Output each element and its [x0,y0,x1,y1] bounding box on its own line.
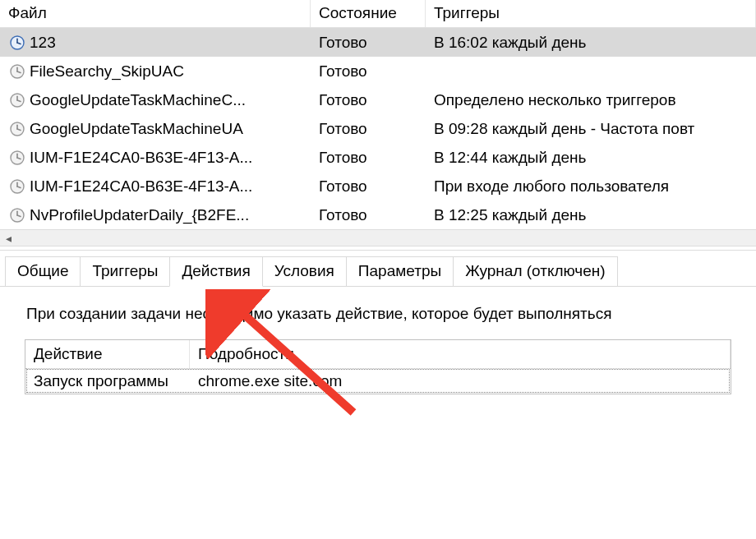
tab-Триггеры[interactable]: Триггеры [80,256,170,287]
task-trigger: В 12:44 каждый день [426,149,756,167]
task-state: Готово [311,149,426,167]
task-row[interactable]: FileSearchy_SkipUAC Готово [0,57,756,85]
action-cell: Запуск программы [25,369,190,394]
task-list-header: Файл Состояние Триггеры [0,0,756,28]
task-state: Готово [311,177,426,196]
tab-Условия[interactable]: Условия [262,256,347,287]
clock-icon [10,150,25,165]
task-trigger: В 12:25 каждый день [426,206,756,224]
task-row[interactable]: GoogleUpdateTaskMachineUA Готово В 09:28… [0,114,756,143]
details-cell: chrome.exe site.com [190,369,731,394]
task-state: Готово [311,62,426,81]
task-row[interactable]: 123 Готово В 16:02 каждый день [0,28,756,57]
task-name: GoogleUpdateTaskMachineC... [30,91,246,109]
column-header-triggers[interactable]: Триггеры [426,0,756,27]
task-name: 123 [30,34,56,52]
clock-icon [10,35,25,50]
tab-Журнал (отключен)[interactable]: Журнал (отключен) [453,256,618,287]
task-list: Файл Состояние Триггеры 123 Готово В 16:… [0,0,756,229]
clock-icon [10,179,25,194]
column-header-file[interactable]: Файл [0,0,311,27]
column-header-action[interactable]: Действие [25,340,190,368]
task-state: Готово [311,120,426,138]
task-row[interactable]: GoogleUpdateTaskMachineC... Готово Опред… [0,85,756,114]
task-row[interactable]: IUM-F1E24CA0-B63E-4F13-A... Готово В 12:… [0,143,756,172]
tab-description: При создании задачи необходимо указать д… [0,287,756,331]
tab-Общие[interactable]: Общие [5,256,81,287]
horizontal-scrollbar[interactable]: ◂ [0,229,756,246]
tab-Параметры[interactable]: Параметры [346,256,454,287]
clock-icon [10,208,25,223]
actions-table-header: Действие Подробности [25,340,731,368]
clock-icon [10,122,25,136]
actions-table: Действие Подробности Запуск программы ch… [25,339,731,394]
task-name: FileSearchy_SkipUAC [30,62,184,81]
task-row[interactable]: NvProfileUpdaterDaily_{B2FE... Готово В … [0,200,756,229]
column-header-details[interactable]: Подробности [190,340,731,368]
task-row[interactable]: IUM-F1E24CA0-B63E-4F13-A... Готово При в… [0,172,756,200]
task-name: IUM-F1E24CA0-B63E-4F13-A... [30,177,252,196]
task-name: GoogleUpdateTaskMachineUA [30,120,243,138]
detail-tabs: ОбщиеТриггерыДействияУсловияПараметрыЖур… [0,251,756,287]
task-trigger: Определено несколько триггеров [426,91,756,109]
task-state: Готово [311,91,426,109]
scroll-left-icon[interactable]: ◂ [0,230,16,246]
task-state: Готово [311,34,426,52]
task-trigger: При входе любого пользователя [426,177,756,196]
clock-icon [10,64,25,79]
task-trigger: В 09:28 каждый день - Частота повт [426,120,756,138]
task-name: IUM-F1E24CA0-B63E-4F13-A... [30,149,252,167]
actions-table-row[interactable]: Запуск программы chrome.exe site.com [25,368,731,394]
tab-Действия[interactable]: Действия [169,256,262,287]
task-state: Готово [311,206,426,224]
task-trigger: В 16:02 каждый день [426,34,756,52]
clock-icon [10,93,25,108]
task-name: NvProfileUpdaterDaily_{B2FE... [30,206,249,224]
column-header-state[interactable]: Состояние [311,0,426,27]
